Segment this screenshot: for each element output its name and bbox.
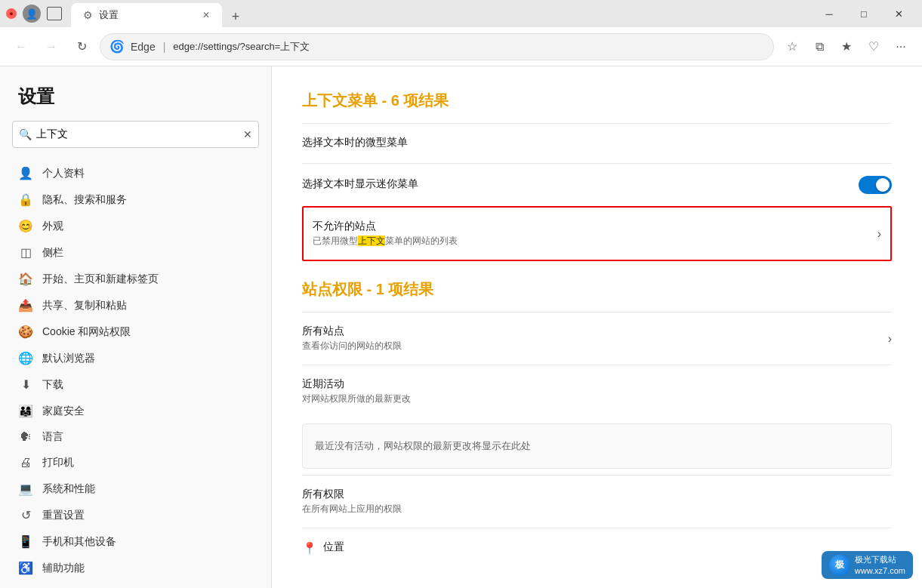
split-button[interactable]: ⧉ xyxy=(807,35,831,59)
watermark-site: 极光下载站 xyxy=(855,554,905,565)
settings-item-all-sites-desc: 查看你访问的网站的权限 xyxy=(302,340,888,352)
family-nav-icon: 👨‍👩‍👧 xyxy=(18,404,33,418)
settings-item-recent-title: 近期活动 xyxy=(302,377,892,391)
highlight-keyword: 上下文 xyxy=(358,236,385,246)
sidebar-item-reset[interactable]: ↺ 重置设置 xyxy=(0,502,271,528)
family-nav-label: 家庭安全 xyxy=(42,405,253,418)
sidebar-item-profile[interactable]: 👤 个人资料 xyxy=(0,160,271,186)
content-area: 上下文菜单 - 6 项结果 选择文本时的微型菜单 选择文本时显示迷你菜单 不允许… xyxy=(272,66,922,588)
share-nav-label: 共享、复制和粘贴 xyxy=(42,299,253,312)
print-nav-icon: 🖨 xyxy=(18,456,33,469)
settings-item-disallowed-desc: 已禁用微型上下文菜单的网站的列表 xyxy=(313,235,877,248)
settings-item-disallowed-title: 不允许的站点 xyxy=(313,220,877,233)
settings-item-all-sites-title: 所有站点 xyxy=(302,325,888,338)
mobile-nav-label: 手机和其他设备 xyxy=(42,535,253,549)
maximize-button[interactable]: □ xyxy=(846,0,881,27)
location-icon: 📍 xyxy=(302,541,317,556)
settings-item-all-permissions[interactable]: 所有权限 在所有网站上应用的权限 xyxy=(302,475,892,528)
settings-item-all-permissions-desc: 在所有网站上应用的权限 xyxy=(302,503,892,516)
appearance-nav-icon: 😊 xyxy=(18,219,33,233)
browser-nav-icon: 🌐 xyxy=(18,351,33,365)
print-nav-label: 打印机 xyxy=(42,456,253,469)
sidebar-item-privacy[interactable]: 🔒 隐私、搜索和服务 xyxy=(0,186,271,213)
cookies-nav-icon: 🍪 xyxy=(18,325,33,339)
language-nav-icon: 🗣 xyxy=(18,430,33,444)
section1-header: 上下文菜单 - 6 项结果 xyxy=(302,91,892,111)
settings-item-location-title: 位置 xyxy=(323,540,344,554)
sidebar-item-appearance[interactable]: 😊 外观 xyxy=(0,213,271,239)
privacy-nav-icon: 🔒 xyxy=(18,192,33,207)
tab-bar: ⚙ 设置 ✕ + xyxy=(71,0,806,27)
settings-item-recent[interactable]: 近期活动 对网站权限所做的最新更改 xyxy=(302,365,892,417)
settings-item-mini-display-content: 选择文本时显示迷你菜单 xyxy=(302,177,859,192)
profile-icon: ● xyxy=(6,8,17,19)
tab-title: 设置 xyxy=(99,8,119,22)
profile-nav-icon: 👤 xyxy=(18,166,33,180)
share-nav-icon: 📤 xyxy=(18,298,33,312)
sidebar-item-cookies[interactable]: 🍪 Cookie 和网站权限 xyxy=(0,319,271,345)
navbar-actions: ☆ ⧉ ★ ♡ ··· xyxy=(780,35,913,59)
tab-settings-icon: ⚙ xyxy=(83,9,93,21)
forward-button[interactable]: → xyxy=(39,35,63,59)
section2-header: 站点权限 - 1 项结果 xyxy=(302,279,892,300)
accessibility-nav-icon: ♿ xyxy=(18,561,33,575)
all-sites-arrow-icon: › xyxy=(888,332,892,346)
sidebar-item-sidebar[interactable]: ◫ 侧栏 xyxy=(0,239,271,266)
settings-item-disallowed-content: 不允许的站点 已禁用微型上下文菜单的网站的列表 xyxy=(313,220,877,248)
desc-suffix: 菜单的网站的列表 xyxy=(385,236,458,246)
sidebar-item-system[interactable]: 💻 系统和性能 xyxy=(0,476,271,502)
new-tab-button[interactable]: + xyxy=(225,6,246,27)
settings-item-mini-menu-content: 选择文本时的微型菜单 xyxy=(302,136,892,151)
settings-item-all-permissions-content: 所有权限 在所有网站上应用的权限 xyxy=(302,488,892,516)
edge-brand-label: Edge xyxy=(131,41,156,53)
profile-button[interactable]: ♡ xyxy=(862,35,886,59)
settings-tab[interactable]: ⚙ 设置 ✕ xyxy=(71,3,222,27)
sidebar-title: 设置 xyxy=(0,85,271,121)
sidebar-item-share[interactable]: 📤 共享、复制和粘贴 xyxy=(0,292,271,319)
reset-nav-label: 重置设置 xyxy=(42,509,253,522)
sidebar-item-print[interactable]: 🖨 打印机 xyxy=(0,450,271,476)
more-button[interactable]: ··· xyxy=(889,35,913,59)
sidebar-item-accessibility[interactable]: ♿ 辅助功能 xyxy=(0,555,271,581)
navigation-bar: ← → ↻ 🌀 Edge | edge://settings/?search=上… xyxy=(0,27,922,66)
search-input[interactable] xyxy=(36,128,239,140)
search-clear-button[interactable]: ✕ xyxy=(243,128,252,140)
settings-item-mini-menu[interactable]: 选择文本时的微型菜单 xyxy=(302,123,892,163)
back-button[interactable]: ← xyxy=(9,35,33,59)
appearance-nav-label: 外观 xyxy=(42,220,253,233)
settings-item-all-sites-content: 所有站点 查看你访问的网站的权限 xyxy=(302,325,888,352)
language-nav-label: 语言 xyxy=(42,430,253,444)
settings-item-recent-desc: 对网站权限所做的最新更改 xyxy=(302,393,892,405)
tab-close-button[interactable]: ✕ xyxy=(202,10,210,20)
search-box[interactable]: 🔍 ✕ xyxy=(12,121,259,148)
minimize-button[interactable]: ─ xyxy=(812,0,846,27)
accessibility-nav-label: 辅助功能 xyxy=(42,562,253,575)
settings-item-disallowed-sites[interactable]: 不允许的站点 已禁用微型上下文菜单的网站的列表 › xyxy=(302,206,892,261)
settings-item-all-permissions-title: 所有权限 xyxy=(302,488,892,501)
settings-item-mini-display-title: 选择文本时显示迷你菜单 xyxy=(302,177,859,191)
start-nav-label: 开始、主页和新建标签页 xyxy=(42,272,253,286)
settings-item-location[interactable]: 📍 位置 xyxy=(302,528,892,568)
sidebar-item-downloads[interactable]: ⬇ 下载 xyxy=(0,371,271,398)
profile-avatar[interactable]: 👤 xyxy=(23,5,41,23)
sidebar-item-language[interactable]: 🗣 语言 xyxy=(0,424,271,450)
sidebar-item-start[interactable]: 🏠 开始、主页和新建标签页 xyxy=(0,266,271,292)
settings-item-mini-display[interactable]: 选择文本时显示迷你菜单 xyxy=(302,163,892,206)
sidebar-item-mobile[interactable]: 📱 手机和其他设备 xyxy=(0,528,271,555)
sidebar-item-browser[interactable]: 🌐 默认浏览器 xyxy=(0,345,271,371)
sidebar-nav-label: 侧栏 xyxy=(42,246,253,260)
refresh-button[interactable]: ↻ xyxy=(69,35,94,59)
tab-manager-icon[interactable] xyxy=(47,7,62,20)
system-nav-icon: 💻 xyxy=(18,482,33,496)
window-controls: ─ □ ✕ xyxy=(812,0,916,27)
favorites-button[interactable]: ★ xyxy=(834,35,859,59)
sidebar-item-family[interactable]: 👨‍👩‍👧 家庭安全 xyxy=(0,398,271,424)
star-button[interactable]: ☆ xyxy=(780,35,804,59)
close-button[interactable]: ✕ xyxy=(881,0,916,27)
settings-item-all-sites[interactable]: 所有站点 查看你访问的网站的权限 › xyxy=(302,312,892,365)
settings-item-location-content: 📍 位置 xyxy=(302,540,892,556)
browser-nav-label: 默认浏览器 xyxy=(42,352,253,365)
sidebar-item-about[interactable]: 🔵 关于 Microsoft Edge xyxy=(0,581,271,588)
mini-menu-toggle[interactable] xyxy=(859,176,892,194)
address-bar[interactable]: 🌀 Edge | edge://settings/?search=上下文 xyxy=(100,33,774,60)
